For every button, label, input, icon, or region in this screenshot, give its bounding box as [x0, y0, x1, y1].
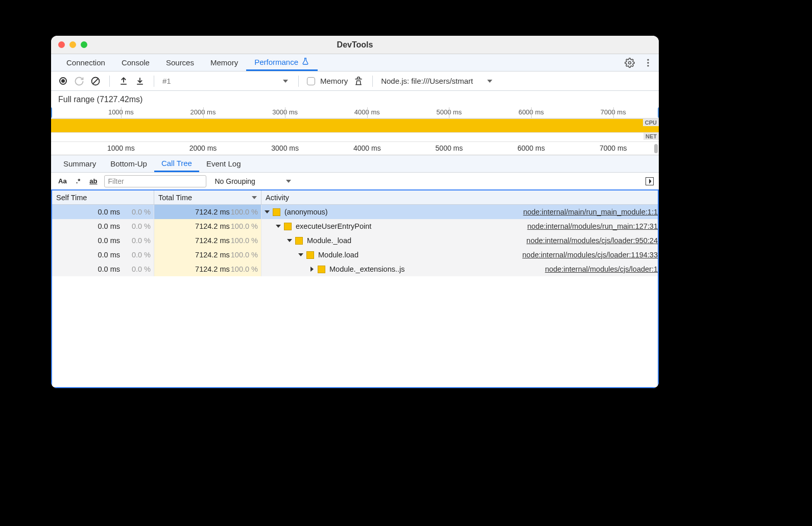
cell-self-time: 0.0 ms0.0 % — [52, 205, 154, 219]
main-tabbar: Connection Console Sources Memory Perfor… — [51, 54, 659, 71]
cell-total-time: 7124.2 ms100.0 % — [154, 233, 261, 248]
session-name: #1 — [162, 77, 171, 85]
tree-toggle-icon[interactable] — [265, 210, 270, 213]
tree-toggle-icon[interactable] — [298, 253, 303, 256]
reload-button[interactable] — [74, 76, 85, 87]
cell-activity: Module._loadnode:internal/modules/cjs/lo… — [261, 233, 658, 248]
cpu-row-label: CPU — [643, 119, 659, 126]
activity-label: Module._load — [307, 236, 351, 245]
activity-label: executeUserEntryPoint — [296, 222, 371, 230]
tab-console[interactable]: Console — [113, 54, 158, 71]
range-handle-right[interactable] — [658, 107, 659, 118]
target-select[interactable]: Node.js: file:///Users/stmart — [381, 77, 497, 85]
subtab-event-log[interactable]: Event Log — [199, 155, 248, 172]
memory-checkbox[interactable] — [307, 77, 315, 85]
cell-self-time: 0.0 ms0.0 % — [52, 262, 154, 276]
net-row-label: NET — [643, 133, 659, 140]
tab-memory[interactable]: Memory — [202, 54, 246, 71]
tab-performance-label: Performance — [254, 58, 298, 66]
download-profile-button[interactable] — [134, 76, 146, 87]
upload-profile-button[interactable] — [118, 76, 129, 87]
window-controls — [58, 41, 87, 48]
whole-word-button[interactable]: ab — [87, 177, 99, 185]
chevron-down-icon — [286, 180, 291, 183]
filter-input[interactable] — [104, 175, 206, 187]
tree-toggle-icon[interactable] — [311, 267, 314, 272]
cell-total-time: 7124.2 ms100.0 % — [154, 219, 261, 233]
activity-color-swatch — [284, 223, 292, 230]
source-link[interactable]: node:internal/modules/run_main:127:31 — [522, 222, 658, 230]
experiment-icon — [301, 57, 309, 67]
ruler-tick: 7000 ms — [600, 144, 627, 152]
overview-ruler-top[interactable]: 1000 ms2000 ms3000 ms4000 ms5000 ms6000 … — [51, 107, 659, 118]
settings-icon[interactable] — [624, 57, 635, 68]
titlebar: DevTools — [51, 36, 659, 54]
regex-button[interactable]: .* — [74, 177, 83, 185]
call-tree-table: Self Time Total Time Activity 0.0 ms0.0 … — [51, 189, 659, 388]
grouping-select[interactable]: No Grouping — [211, 177, 291, 185]
record-button[interactable] — [57, 76, 68, 87]
source-link[interactable]: node:internal/main/run_main_module:1:1 — [518, 208, 658, 216]
table-header: Self Time Total Time Activity — [52, 190, 658, 205]
table-row[interactable]: 0.0 ms0.0 %7124.2 ms100.0 %(anonymous)no… — [52, 205, 658, 219]
net-overview-row[interactable]: NET — [51, 133, 659, 142]
chevron-down-icon — [283, 80, 288, 83]
cell-self-time: 0.0 ms0.0 % — [52, 248, 154, 262]
svg-point-0 — [629, 61, 631, 64]
tab-performance[interactable]: Performance — [246, 54, 318, 71]
table-row[interactable]: 0.0 ms0.0 %7124.2 ms100.0 %Module.loadno… — [52, 248, 658, 262]
tree-toggle-icon[interactable] — [287, 239, 292, 242]
table-body: 0.0 ms0.0 %7124.2 ms100.0 %(anonymous)no… — [52, 205, 658, 387]
svg-line-5 — [93, 79, 98, 84]
memory-checkbox-label: Memory — [320, 77, 348, 85]
cell-total-time: 7124.2 ms100.0 % — [154, 205, 261, 219]
tab-sources[interactable]: Sources — [158, 54, 202, 71]
activity-label: Module._extensions..js — [329, 265, 405, 273]
ruler-tick: 1000 ms — [107, 144, 135, 152]
col-activity[interactable]: Activity — [261, 190, 658, 204]
col-total-time[interactable]: Total Time — [154, 190, 261, 204]
cell-self-time: 0.0 ms0.0 % — [52, 233, 154, 248]
source-link[interactable]: node:internal/modules/cjs/loader:1194:33 — [517, 251, 658, 259]
col-self-time[interactable]: Self Time — [52, 190, 154, 204]
source-link[interactable]: node:internal/modules/cjs/loader:1 — [540, 265, 658, 273]
tab-connection[interactable]: Connection — [58, 54, 113, 71]
clear-button[interactable] — [90, 76, 101, 87]
table-row[interactable]: 0.0 ms0.0 %7124.2 ms100.0 %Module._loadn… — [52, 233, 658, 248]
session-select[interactable]: #1 — [162, 77, 290, 85]
timeline-overview: Full range (7127.42ms) 1000 ms2000 ms300… — [51, 91, 659, 155]
close-window-button[interactable] — [58, 41, 65, 48]
cell-total-time: 7124.2 ms100.0 % — [154, 248, 261, 262]
range-handle-left[interactable] — [51, 107, 52, 118]
svg-point-3 — [647, 65, 649, 66]
range-label: Full range (7127.42ms) — [51, 91, 659, 107]
svg-point-2 — [647, 62, 649, 63]
activity-color-swatch — [318, 266, 325, 273]
cpu-overview-row[interactable]: CPU — [51, 118, 659, 133]
source-link[interactable]: node:internal/modules/cjs/loader:950:24 — [521, 236, 658, 245]
maximize-window-button[interactable] — [81, 41, 87, 48]
window-title: DevTools — [51, 40, 659, 50]
more-menu-icon[interactable] — [642, 57, 654, 68]
activity-color-swatch — [306, 251, 314, 259]
tree-toggle-icon[interactable] — [276, 225, 281, 228]
cell-activity: (anonymous)node:internal/main/run_main_m… — [261, 205, 658, 219]
table-row[interactable]: 0.0 ms0.0 %7124.2 ms100.0 %executeUserEn… — [52, 219, 658, 233]
cell-activity: Module._extensions..jsnode:internal/modu… — [261, 262, 658, 276]
overview-scroll-thumb[interactable] — [654, 144, 658, 153]
ruler-tick: 4000 ms — [353, 144, 381, 152]
ruler-tick: 6000 ms — [517, 144, 545, 152]
garbage-collect-button[interactable] — [353, 76, 364, 87]
cell-activity: executeUserEntryPointnode:internal/modul… — [261, 219, 658, 233]
subtab-summary[interactable]: Summary — [56, 155, 103, 172]
subtab-bottom-up[interactable]: Bottom-Up — [103, 155, 154, 172]
ruler-tick: 3000 ms — [271, 144, 299, 152]
filter-bar: Aa .* ab No Grouping — [51, 173, 659, 190]
toggle-details-pane-button[interactable] — [646, 177, 654, 185]
overview-ruler-bottom[interactable]: 1000 ms2000 ms3000 ms4000 ms5000 ms6000 … — [51, 142, 659, 155]
match-case-button[interactable]: Aa — [56, 177, 69, 185]
table-row[interactable]: 0.0 ms0.0 %7124.2 ms100.0 %Module._exten… — [52, 262, 658, 276]
subtab-call-tree[interactable]: Call Tree — [154, 155, 199, 172]
minimize-window-button[interactable] — [69, 41, 76, 48]
activity-label: (anonymous) — [284, 208, 328, 216]
